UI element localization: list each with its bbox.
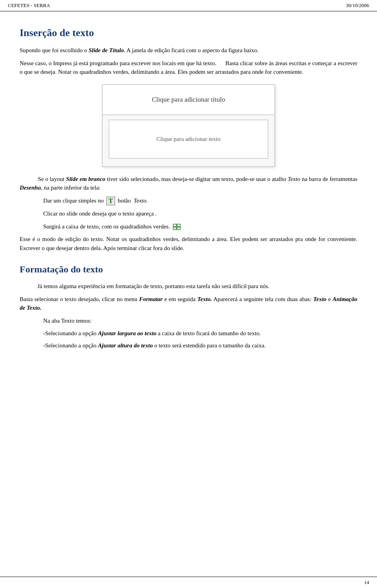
step1-botao: botão [118, 197, 134, 204]
para1-text2: . A janela de edição ficará com o aspect… [124, 47, 258, 53]
green-grid-icon [173, 224, 181, 230]
section2-para3: Na aba Texto temos: [43, 316, 357, 325]
s2p2-prefix: Basta selecionar o texto desejado, clica… [20, 296, 137, 302]
svg-rect-2 [173, 227, 176, 230]
step3-line: Surgirá a caixa de texto, com os quadrad… [43, 222, 357, 231]
section2-title: Formatação do texto [20, 264, 357, 275]
para3-end: , na parte inferior da tela: [41, 184, 101, 191]
slide-title-placeholder: Clique para adicionar título [102, 85, 275, 115]
opt2-label: Ajustar altura do texto [98, 342, 153, 349]
header-left: CEFETES - SERRA [8, 2, 50, 9]
para3-prefix: Se o layout [20, 176, 66, 182]
page: CEFETES - SERRA 30/10/2006 Inserção de t… [0, 0, 377, 588]
para3-suffix: na barra de ferramentas [300, 176, 357, 182]
section2-para1: Já temos alguma experiência em formataçã… [20, 282, 357, 291]
slide-content-placeholder: Clique para adicionar texto [109, 120, 268, 159]
opt1-suffix-text: a caixa de texto ficará do tamanho do te… [158, 330, 261, 336]
slide-preview: Clique para adicionar título Clique para… [102, 84, 275, 167]
opt1-prefix: -Selecionando a opção [43, 330, 97, 336]
section1-para3: Se o layout Slide em branco tiver sido s… [20, 175, 357, 192]
text-tool-icon: T [106, 197, 115, 205]
header-right: 30/10/2006 [346, 2, 369, 9]
para3-bold1: Slide em branco [66, 176, 105, 182]
s2p2-suffix: Aparecerá a seguinte tela com duas abas: [213, 296, 313, 302]
svg-rect-1 [177, 224, 180, 226]
option2-block: -Selecionando a opção Ajustar altura do … [43, 341, 357, 350]
step4-line: Esse é o modo de edição do texto. Notar … [20, 235, 357, 252]
s2p1-indent [20, 283, 37, 289]
section1-para1: Supondo que foi escolhido o Slide de Tít… [20, 46, 357, 55]
s2p2-item: Texto. [197, 296, 212, 302]
para1-text1: Supondo que foi escolhido o [20, 47, 88, 53]
opt1-label: Ajustar largura ao texto [98, 330, 157, 336]
s2p2-tab1: Texto [313, 296, 327, 302]
step3-prefix: Surgirá a caixa de texto, com os quadrad… [43, 223, 170, 230]
option1-block: -Selecionando a opção Ajustar largura ao… [43, 329, 357, 338]
main-content: Inserção de texto Supondo que foi escolh… [0, 11, 377, 376]
step1-prefix: Dar um clique simples no [43, 197, 104, 204]
para2-text: Nesse caso, o Impress já está programado… [20, 60, 216, 66]
para3-bold2: Desenho [20, 184, 41, 191]
s2p2-menu: Formatar [139, 296, 163, 302]
s2p2-and: e [328, 296, 333, 302]
s2p2-mid: e em seguida [165, 296, 198, 302]
step2-line: Clicar no slide onde deseja que o texto … [43, 209, 357, 218]
section2-para2: Basta selecionar o texto desejado, clica… [20, 295, 357, 312]
section1-para2: Nesse caso, o Impress já está programado… [20, 59, 357, 77]
svg-rect-0 [173, 224, 176, 226]
para3-italic1: Texto [288, 176, 300, 182]
page-header: CEFETES - SERRA 30/10/2006 [0, 0, 377, 11]
opt2-prefix: -Selecionando a opção [43, 342, 97, 349]
s2p1-text: Já temos alguma experiência em formataçã… [37, 283, 269, 289]
page-footer: 14 [0, 577, 377, 588]
step1-label: Texto. [134, 197, 148, 204]
opt2-suffix-text: o texto será estendido para o tamanho da… [154, 342, 266, 349]
page-number: 14 [364, 579, 369, 586]
para1-bold1: Slide de Título [88, 47, 124, 53]
para3-mid: tiver sido selecionado, mas deseja-se di… [105, 176, 287, 182]
section1-title: Inserção de texto [20, 27, 357, 39]
step1-line: Dar um clique simples no T botão Texto. [43, 196, 357, 206]
svg-rect-3 [177, 227, 180, 230]
